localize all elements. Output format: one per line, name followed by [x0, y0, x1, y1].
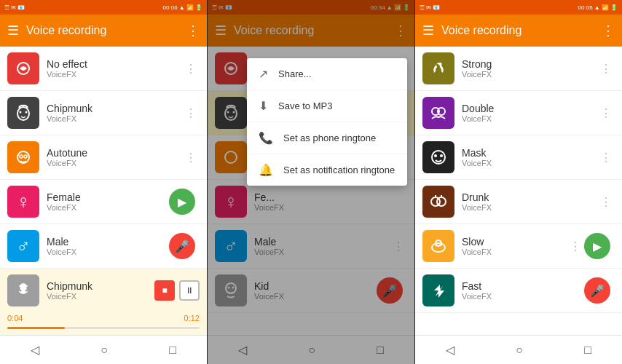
effect-thumb-strong [422, 52, 454, 84]
item-name: Fast [462, 280, 584, 292]
menu-icon-s1: ☰ [4, 4, 9, 11]
mic-button[interactable]: 🎤 [169, 233, 195, 259]
list-item-mask[interactable]: Mask VoiceFX ⋮ [415, 135, 622, 180]
item-name: Chipmunk [47, 280, 154, 292]
effect-thumb-male: ♂ [7, 230, 39, 262]
item-sub: VoiceFX [462, 159, 597, 167]
dropdown-item-save-mp3[interactable]: ⬇ Save to MP3 [247, 90, 407, 122]
status-bar-1: ☰ ✉ 📧 00:06 ▲ 📶 🔋 [0, 0, 207, 15]
nav-bar-3: ◁ ○ □ [415, 335, 622, 364]
effect-thumb-slow [422, 230, 454, 262]
recent-button[interactable]: □ [572, 339, 603, 361]
svg-point-23 [437, 197, 446, 206]
list-item[interactable]: ♂ Male VoiceFX 🎤 [0, 224, 207, 269]
dropdown-item-notification[interactable]: 🔔 Set as notification ringtone [247, 154, 407, 186]
item-info: No effect VoiceFX [47, 58, 182, 79]
list-item-recording[interactable]: Chipmunk VoiceFX ■ ⏸ [0, 269, 207, 311]
list-item[interactable]: No effect VoiceFX ⋮ [0, 47, 207, 91]
dropdown-item-share[interactable]: ↗ Share... [247, 58, 407, 90]
pause-button[interactable]: ⏸ [179, 280, 200, 301]
item-sub: VoiceFX [462, 70, 597, 79]
svg-point-5 [20, 155, 23, 158]
item-info: Chipmunk VoiceFX [47, 103, 182, 123]
item-more-icon[interactable]: ⋮ [182, 103, 200, 123]
item-name: Chipmunk [47, 103, 182, 114]
more-options-icon-1[interactable]: ⋮ [186, 23, 200, 39]
screen-3: ☰ ✉ 📧 00:06 ▲ 📶 🔋 ☰ Voice recording ⋮ St [415, 0, 622, 364]
progress-fill [7, 327, 65, 329]
list-item-fast[interactable]: Fast VoiceFX 🎤 [415, 269, 622, 313]
svg-point-26 [432, 243, 445, 252]
more-options-icon-3[interactable]: ⋮ [602, 23, 615, 39]
effect-thumb-noeffect [7, 52, 39, 84]
list-item-slow[interactable]: Slow VoiceFX ⋮ ▶ [415, 224, 622, 269]
toolbar-title-1: Voice recording [26, 24, 179, 37]
item-name: No effect [47, 58, 182, 70]
list-item[interactable]: Autotune VoiceFX ⋮ [0, 135, 207, 180]
list-item-drunk[interactable]: Drunk VoiceFX ⋮ [415, 180, 622, 224]
back-button[interactable]: ◁ [19, 339, 51, 361]
item-name: Strong [462, 58, 597, 70]
item-sub: VoiceFX [47, 292, 154, 301]
hamburger-icon-3[interactable]: ☰ [422, 23, 434, 39]
save-icon: ⬇ [259, 99, 268, 113]
effect-thumb-double [422, 97, 454, 129]
time-total: 0:12 [184, 314, 200, 323]
item-info: Double VoiceFX [462, 103, 597, 123]
item-info: Mask VoiceFX [462, 147, 597, 167]
hamburger-icon-1[interactable]: ☰ [7, 23, 19, 39]
svg-point-8 [25, 290, 28, 292]
back-button[interactable]: ◁ [434, 339, 466, 361]
phone-icon: 📞 [259, 131, 273, 145]
svg-point-21 [440, 154, 443, 157]
recent-button[interactable]: □ [157, 339, 188, 361]
item-info: Female VoiceFX [47, 191, 169, 212]
item-info: Autotune VoiceFX [47, 147, 182, 167]
toolbar-3: ☰ Voice recording ⋮ [415, 15, 622, 47]
item-more-icon[interactable]: ⋮ [597, 192, 615, 212]
item-more-icon[interactable]: ⋮ [597, 103, 615, 123]
item-more-icon[interactable]: ⋮ [182, 148, 200, 167]
notifications-s1: ✉ 📧 [11, 4, 25, 11]
item-more-icon[interactable]: ⋮ [597, 59, 615, 79]
home-button[interactable]: ○ [89, 339, 119, 361]
item-sub: VoiceFX [47, 248, 169, 256]
svg-point-2 [20, 111, 22, 114]
effect-list-3: Strong VoiceFX ⋮ Double VoiceFX ⋮ [415, 47, 622, 335]
list-item[interactable]: ♀ Female VoiceFX ▶ [0, 180, 207, 224]
svg-point-7 [20, 290, 22, 292]
play-button[interactable]: ▶ [169, 189, 195, 215]
share-icon: ↗ [259, 67, 268, 81]
effect-thumb-fast [422, 274, 454, 306]
effect-thumb-autotune [7, 141, 39, 173]
item-more-icon[interactable]: ⋮ [597, 148, 615, 167]
toolbar-1: ☰ Voice recording ⋮ [0, 15, 207, 47]
item-sub: VoiceFX [462, 114, 597, 123]
item-sub: VoiceFX [47, 70, 182, 79]
dropdown-label-save: Save to MP3 [278, 100, 332, 111]
item-sub: VoiceFX [462, 292, 584, 301]
list-item[interactable]: Chipmunk VoiceFX ⋮ [0, 91, 207, 135]
play-button[interactable]: ▶ [584, 233, 610, 259]
item-info: Chipmunk VoiceFX [47, 280, 154, 301]
item-sub: VoiceFX [47, 159, 182, 167]
item-sub: VoiceFX [462, 203, 597, 212]
item-name: Male [47, 236, 169, 248]
mic-button[interactable]: 🎤 [584, 277, 610, 304]
toolbar-title-3: Voice recording [441, 24, 594, 37]
dropdown-item-ringtone[interactable]: 📞 Set as phone ringtone [247, 122, 407, 154]
effect-thumb-chipmunk [7, 97, 39, 129]
time-elapsed: 0:04 [7, 314, 23, 323]
effect-thumb-wolf [7, 274, 39, 306]
item-more-icon[interactable]: ⋮ [567, 237, 584, 256]
item-more-icon[interactable]: ⋮ [182, 59, 200, 79]
list-item-double[interactable]: Double VoiceFX ⋮ [415, 91, 622, 135]
list-item-strong[interactable]: Strong VoiceFX ⋮ [415, 47, 622, 91]
time-s1: 00:06 [163, 4, 178, 11]
item-sub: VoiceFX [462, 248, 567, 256]
screen-1: ☰ ✉ 📧 00:06 ▲ 📶 🔋 ☰ Voice recording ⋮ No [0, 0, 208, 364]
stop-button[interactable]: ■ [154, 280, 175, 301]
item-sub: VoiceFX [47, 114, 182, 123]
home-button[interactable]: ○ [504, 339, 535, 361]
screen-2: ☰ ✉ 📧 00:34 ▲ 📶 🔋 ☰ Voice recording ⋮ No… [208, 0, 415, 364]
